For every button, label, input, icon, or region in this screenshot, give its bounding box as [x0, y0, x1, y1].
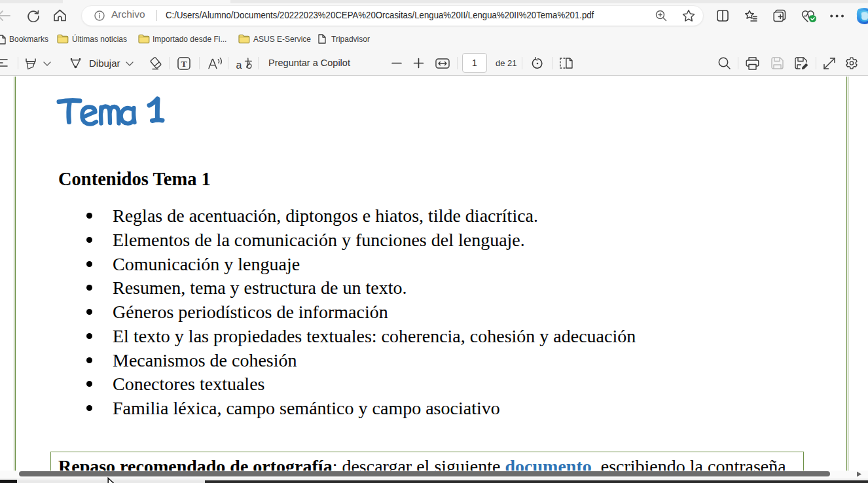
svg-text:a: a [236, 60, 242, 71]
svg-text:T: T [181, 59, 187, 69]
